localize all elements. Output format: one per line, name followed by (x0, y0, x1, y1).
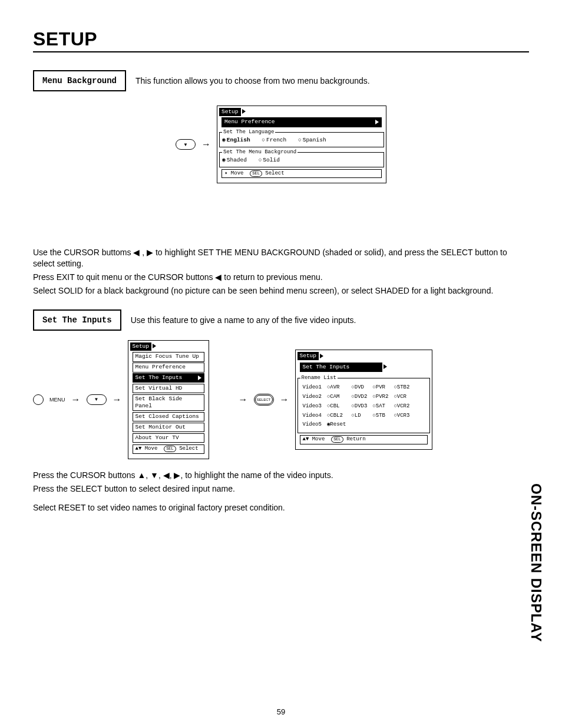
rename-option[interactable]: ○DVD2 (350, 393, 370, 401)
chevron-right-icon (320, 354, 323, 358)
radio-solid[interactable]: Solid (259, 157, 280, 164)
side-tab: ON-SCREEN DISPLAY (528, 483, 544, 643)
rename-option[interactable]: ○STB2 (392, 384, 412, 392)
osd-legend-language: Set The Language (222, 129, 275, 136)
osd-legend-background: Set The Menu Background (222, 149, 297, 156)
instruction-text: Select RESET to set video names to origi… (33, 502, 529, 513)
osd-menu-item[interactable]: Menu Preference (133, 363, 204, 372)
page-number: 59 (0, 707, 562, 716)
osd-menu-item[interactable]: Magic Focus Tune Up (133, 352, 204, 361)
radio-french[interactable]: French (262, 137, 286, 144)
rename-option[interactable]: ○PVR (371, 384, 391, 392)
select-button-icon: SELECT (254, 394, 274, 406)
rename-option[interactable]: ○CBL (326, 403, 349, 411)
osd-menu-item[interactable]: About Your TV (133, 433, 204, 443)
chevron-right-icon (242, 109, 246, 114)
radio-spanish[interactable]: Spanish (298, 137, 326, 144)
rename-option[interactable]: ○CBL2 (326, 412, 349, 420)
instruction-text: Press the CURSOR buttons ▲, ▼, ◀, ▶, to … (33, 470, 529, 481)
instruction-text: Press the SELECT button to select desire… (33, 483, 529, 495)
arrow-icon: → (71, 394, 81, 405)
osd-hint: ✦ Move SEL Select (222, 169, 382, 179)
rename-option[interactable]: ○VCR2 (392, 403, 412, 411)
rename-option[interactable]: ○SAT (371, 403, 391, 411)
osd-tab-setup: Setup (297, 352, 319, 360)
radio-english[interactable]: English (222, 137, 250, 144)
rename-row-label: Video5 (302, 421, 325, 429)
rename-option[interactable]: ○PVR2 (371, 393, 391, 401)
chevron-right-icon (384, 364, 387, 369)
chevron-right-icon (375, 120, 379, 124)
instruction-text: Press EXIT to quit menu or the CURSOR bu… (33, 272, 529, 283)
rename-row-label: Video1 (302, 384, 325, 392)
osd-tab-setup: Setup (130, 342, 152, 351)
rename-option[interactable]: ○CAM (326, 393, 349, 401)
osd-menu-item[interactable]: Set Black Side Panel (133, 394, 204, 411)
rename-option[interactable]: ○STB (371, 412, 391, 420)
cursor-pad-icon: ▼ (176, 139, 196, 150)
instruction-text: Select SOLID for a black background (no … (33, 285, 529, 297)
osd-legend-rename: Rename List (300, 375, 338, 382)
osd-menu-item[interactable]: Set Virtual HD (133, 384, 204, 393)
rename-table: Video1○AVR○DVD○PVR○STB2Video2○CAM○DVD2○P… (300, 383, 414, 430)
rename-option[interactable]: ○VCR3 (392, 412, 412, 420)
arrow-icon: → (239, 394, 248, 405)
osd-row-label: Menu Preference (224, 118, 275, 125)
section-desc-set-inputs: Use this feature to give a name to any o… (131, 315, 356, 325)
osd-setup-menu: Setup Magic Focus Tune UpMenu Preference… (128, 340, 209, 459)
rename-option[interactable]: ○LD (350, 412, 370, 420)
osd-menu-item[interactable]: Set Monitor Out (133, 423, 204, 432)
rename-option[interactable]: ○AVR (326, 384, 349, 392)
section-desc-menu-background: This function allows you to choose from … (135, 76, 370, 85)
rename-option[interactable]: ○DVD (350, 384, 370, 392)
section-label-menu-background: Menu Background (33, 70, 126, 91)
osd-hint: ▲▼ Move SEL Return (300, 435, 428, 444)
cursor-pad-icon: ▼ (87, 394, 107, 405)
osd-menu-item[interactable]: Set Closed Captions (133, 412, 204, 421)
osd-fieldset-rename: Rename List Video1○AVR○DVD○PVR○STB2Video… (297, 375, 430, 433)
osd-row-menu-preference: Menu Preference (222, 117, 382, 127)
rename-row-label: Video4 (302, 412, 325, 420)
section-label-set-inputs: Set The Inputs (33, 309, 121, 331)
page-title: SETUP (33, 28, 529, 52)
chevron-right-icon (153, 344, 156, 348)
arrow-icon: → (113, 394, 122, 405)
osd-fieldset-background: Set The Menu Background Shaded Solid (219, 149, 384, 167)
osd-menu-item[interactable]: Set The Inputs (133, 373, 204, 383)
osd-rename-list: Setup Set The Inputs Rename List Video1○… (295, 350, 432, 450)
arrow-icon: → (201, 139, 211, 150)
osd-row-set-inputs: Set The Inputs (300, 363, 382, 372)
menu-button-icon (33, 394, 44, 405)
rename-option[interactable]: ◉Reset (326, 421, 349, 429)
osd-menu-preference: Setup Menu Preference Set The Language E… (217, 106, 386, 183)
rename-row-label: Video3 (302, 403, 325, 411)
osd-tab-setup: Setup (219, 108, 241, 116)
radio-shaded[interactable]: Shaded (222, 157, 247, 164)
rename-option[interactable]: ○DVD3 (350, 403, 370, 411)
osd-fieldset-language: Set The Language English French Spanish (219, 129, 384, 147)
menu-button-label: MENU (49, 397, 65, 403)
rename-row-label: Video2 (302, 393, 325, 401)
chevron-right-icon (198, 375, 201, 380)
rename-option[interactable]: ○VCR (392, 393, 412, 401)
instruction-text: Use the CURSOR buttoms ◀ , ▶ to highligh… (33, 247, 529, 269)
arrow-icon: → (280, 394, 289, 405)
osd-hint: ▲▼ Move SEL Select (133, 444, 204, 454)
